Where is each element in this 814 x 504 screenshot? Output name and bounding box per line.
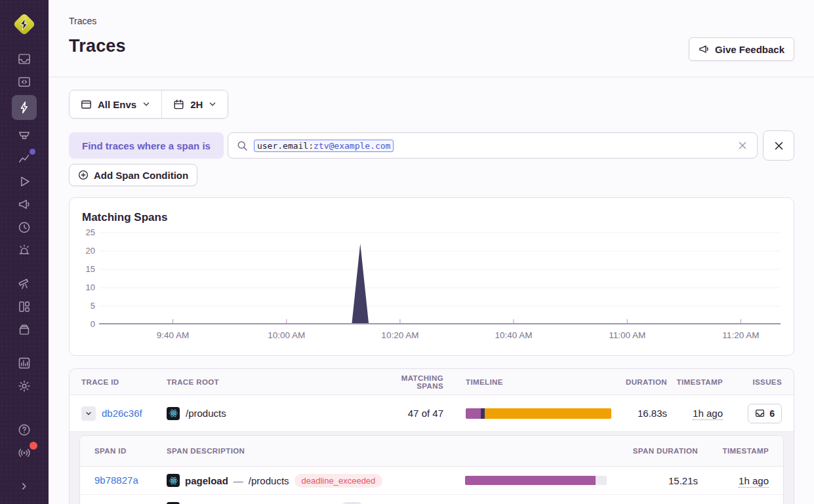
span-description: /products	[249, 475, 289, 486]
span-row: b7a7e441 ex http.server — GET /organizat…	[80, 495, 783, 504]
col-issues: ISSUES	[723, 378, 782, 386]
span-bar-0	[465, 476, 607, 485]
give-feedback-label: Give Feedback	[715, 44, 784, 55]
trace-issues-count: 6	[769, 408, 775, 419]
alerts-icon[interactable]	[12, 239, 37, 262]
col-span-duration: SPAN DURATION	[626, 447, 698, 455]
col-trace-root: TRACE ROOT	[167, 378, 384, 386]
trace-id-link[interactable]: db26c36f	[102, 408, 142, 419]
collapse-sidebar-icon[interactable]	[12, 475, 37, 497]
search-token-key: user.email:	[257, 141, 314, 151]
trace-issues-button[interactable]: 6	[748, 404, 782, 423]
replays-icon[interactable]	[12, 170, 37, 193]
span-table: SPAN ID SPAN DESCRIPTION SPAN DURATION T…	[79, 435, 784, 504]
col-timeline: TIMELINE	[459, 378, 611, 386]
span-table-header: SPAN ID SPAN DESCRIPTION SPAN DURATION T…	[80, 436, 783, 467]
span-id-link[interactable]: 9b78827a	[94, 475, 138, 486]
page-header: Traces Traces Give Feedback	[49, 0, 814, 77]
col-trace-id: TRACE ID	[81, 378, 167, 386]
add-span-condition-button[interactable]: Add Span Condition	[69, 164, 197, 186]
content-area: All Envs 2H Find traces where a span is …	[49, 77, 814, 504]
chevron-down-icon	[85, 410, 92, 417]
search-token[interactable]: user.email:ztv@example.com	[254, 140, 394, 152]
span-status-badge-0: deadline_exceeded	[295, 474, 383, 488]
settings-icon[interactable]	[12, 374, 37, 397]
close-query-button[interactable]	[763, 130, 794, 161]
collapse-row-chevron[interactable]	[81, 406, 96, 421]
traces-icon[interactable]	[12, 95, 37, 120]
releases-icon[interactable]	[12, 216, 37, 239]
time-range-filter-label: 2H	[190, 99, 203, 110]
chart-x-tick-label: 10:40 AM	[495, 330, 533, 340]
issues-inbox-icon	[755, 408, 765, 418]
sentry-logo[interactable]	[10, 10, 38, 38]
col-matching-spans: MATCHING SPANS	[384, 374, 459, 390]
chevron-down-icon	[142, 100, 150, 108]
react-icon	[167, 407, 180, 420]
discover-icon[interactable]	[12, 272, 37, 295]
environment-filter-button[interactable]: All Envs	[70, 90, 161, 118]
trace-row: db26c36f /products 47 of 47 16.83s 1h ag…	[70, 395, 794, 431]
plus-circle-icon	[78, 170, 89, 180]
page-title: Traces	[69, 36, 794, 56]
chart-title: Matching Spans	[82, 210, 781, 225]
trace-table: TRACE ID TRACE ROOT MATCHING SPANS TIMEL…	[69, 368, 794, 504]
chart-x-tick-label: 10:20 AM	[381, 330, 418, 340]
query-prefix-label: Find traces where a span is	[69, 132, 224, 159]
chart-y-tick-label: 10	[86, 282, 95, 293]
span-search-input[interactable]: user.email:ztv@example.com	[228, 132, 758, 159]
help-icon[interactable]	[12, 418, 37, 441]
chart-y-tick-label: 0	[91, 319, 95, 330]
give-feedback-button[interactable]: Give Feedback	[689, 37, 794, 61]
stats-icon[interactable]	[12, 351, 37, 374]
dashboards-icon[interactable]	[12, 295, 37, 318]
projects-icon[interactable]	[12, 70, 37, 93]
matching-spans-value: 47 of 47	[384, 408, 459, 419]
chart-x-tick-label: 10:00 AM	[268, 330, 305, 340]
timeline-segment	[485, 408, 611, 419]
trace-table-header: TRACE ID TRACE ROOT MATCHING SPANS TIMEL…	[70, 369, 794, 395]
trace-timestamp: 1h ago	[693, 408, 723, 420]
calendar-icon	[173, 99, 184, 110]
issues-icon[interactable]	[12, 47, 37, 70]
chevron-down-icon	[209, 100, 216, 108]
time-range-filter-button[interactable]: 2H	[162, 90, 228, 118]
trace-timeline-bar	[466, 408, 611, 419]
query-row: Find traces where a span is user.email:z…	[69, 130, 794, 161]
megaphone-icon	[699, 44, 710, 55]
chart-plot	[99, 233, 781, 324]
search-token-value: ztv@example.com	[314, 141, 390, 151]
chart-plot-svg	[99, 233, 781, 324]
expanded-trace-section: SPAN ID SPAN DESCRIPTION SPAN DURATION T…	[70, 431, 794, 504]
chart-x-tick-label: 11:20 AM	[722, 330, 759, 340]
span-bar-fill	[465, 476, 596, 485]
add-span-condition-label: Add Span Condition	[94, 170, 188, 181]
separator-dash: —	[234, 475, 243, 486]
matching-spans-chart-card: Matching Spans 2520151050 9:40 AM10:00 A…	[69, 197, 794, 356]
chart-x-tick-label: 9:40 AM	[157, 330, 190, 340]
col-duration: DURATION	[611, 378, 667, 386]
insights-notification-dot	[30, 149, 35, 155]
chart-x-axis: 9:40 AM10:00 AM10:20 AM10:40 AM11:00 AM1…	[99, 324, 781, 344]
broadcast-icon[interactable]	[12, 441, 37, 464]
col-span-description: SPAN DESCRIPTION	[167, 447, 465, 455]
react-icon	[167, 474, 180, 487]
main-content: Traces Traces Give Feedback All Envs 2H …	[49, 0, 814, 504]
close-icon	[773, 140, 784, 151]
insights-icon[interactable]	[12, 147, 37, 170]
chart-y-tick-label: 20	[86, 246, 95, 256]
archive-icon[interactable]	[12, 318, 37, 341]
breadcrumb[interactable]: Traces	[69, 16, 794, 26]
feedback-icon[interactable]	[12, 193, 37, 216]
timeline-segment	[466, 408, 481, 419]
sidebar	[0, 0, 49, 504]
trace-duration: 16.83s	[611, 408, 667, 419]
environment-filter-label: All Envs	[98, 99, 136, 110]
span-duration: 15.21s	[626, 475, 698, 486]
filter-group: All Envs 2H	[69, 90, 228, 119]
span-metrics-icon[interactable]	[12, 124, 37, 147]
chart-y-tick-label: 25	[86, 227, 95, 238]
col-span-timestamp: TIMESTAMP	[698, 447, 769, 455]
clear-search-icon[interactable]	[737, 140, 748, 151]
window-icon	[81, 99, 92, 110]
